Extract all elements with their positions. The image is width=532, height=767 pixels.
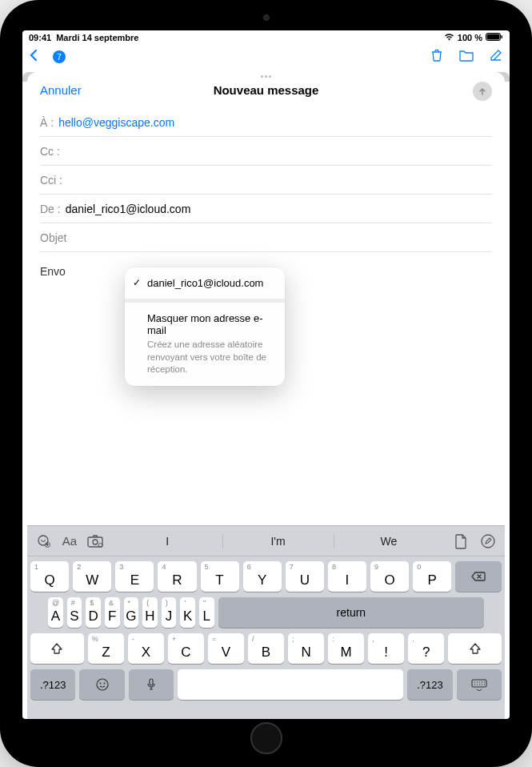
from-value[interactable]: daniel_rico1@icloud.com xyxy=(66,203,492,215)
emoji-search-icon[interactable] xyxy=(35,532,53,550)
dictation-key[interactable] xyxy=(129,669,174,700)
document-icon[interactable] xyxy=(452,532,470,550)
from-field-row[interactable]: De : daniel_rico1@icloud.com xyxy=(40,195,492,223)
status-bar: 09:41 Mardi 14 septembre 100 % xyxy=(22,30,510,45)
svg-rect-13 xyxy=(472,680,486,687)
svg-rect-12 xyxy=(150,679,153,685)
compose-header: Annuler Nouveau message xyxy=(27,72,505,108)
markup-icon[interactable] xyxy=(479,532,497,550)
hide-email-title: Masquer mon adresse e-mail xyxy=(147,312,274,336)
svg-point-6 xyxy=(93,540,98,544)
svg-point-8 xyxy=(482,535,494,548)
key-v[interactable]: V= xyxy=(208,633,244,664)
return-key[interactable]: return xyxy=(218,597,484,628)
key-l[interactable]: L" xyxy=(199,597,214,628)
screen: 09:41 Mardi 14 septembre 100 % 7 xyxy=(22,30,510,719)
key-d[interactable]: D$ xyxy=(86,597,101,628)
from-option-selected[interactable]: daniel_rico1@icloud.com xyxy=(125,267,285,299)
hide-email-subtitle: Créez une adresse aléatoire renvoyant ve… xyxy=(147,339,274,376)
camera-scan-icon[interactable] xyxy=(86,532,104,550)
key-w[interactable]: W2 xyxy=(73,561,111,592)
compose-icon[interactable] xyxy=(489,48,503,66)
key-q[interactable]: Q1 xyxy=(30,561,69,592)
ipad-device-frame: 09:41 Mardi 14 septembre 100 % 7 xyxy=(0,0,532,767)
front-camera xyxy=(263,14,270,21)
compose-fields: À : hello@veggiscape.com Cc : Cci : De :… xyxy=(27,108,505,252)
mail-navbar: 7 xyxy=(22,45,510,69)
numlock-key-left[interactable]: .?123 xyxy=(30,669,75,700)
key-o[interactable]: O9 xyxy=(370,561,409,592)
cc-field-row[interactable]: Cc : xyxy=(40,137,492,166)
svg-rect-1 xyxy=(487,34,500,40)
suggestion-2[interactable]: I'm xyxy=(222,528,333,555)
subject-label: Objet xyxy=(40,231,66,244)
to-label: À : xyxy=(40,116,54,129)
key-g[interactable]: G* xyxy=(124,597,139,628)
svg-point-10 xyxy=(99,683,101,685)
svg-point-11 xyxy=(103,683,105,685)
compose-title: Nouveau message xyxy=(214,83,319,97)
battery-icon xyxy=(486,33,503,42)
text-format-icon[interactable]: Aa xyxy=(61,532,78,550)
key-x[interactable]: X- xyxy=(128,633,164,664)
key-rows: Q1W2E3R4T5Y6U7I8O9P0 A@S#D$F&G*H(J)K'L" … xyxy=(27,556,505,719)
to-field-row[interactable]: À : hello@veggiscape.com xyxy=(40,108,492,137)
key-p[interactable]: P0 xyxy=(413,561,451,592)
key-s[interactable]: S# xyxy=(67,597,82,628)
key-t[interactable]: T5 xyxy=(201,561,239,592)
bcc-field-row[interactable]: Cci : xyxy=(40,166,492,195)
from-label: De : xyxy=(40,203,61,215)
home-button[interactable] xyxy=(250,722,282,754)
battery-text: 100 % xyxy=(458,33,482,42)
wifi-icon xyxy=(444,33,454,42)
key-e[interactable]: E3 xyxy=(115,561,154,592)
key-m[interactable]: M: xyxy=(328,633,364,664)
key-c[interactable]: C+ xyxy=(168,633,204,664)
arrow-up-icon xyxy=(478,86,487,96)
key-?[interactable]: ?. xyxy=(408,633,444,664)
to-value[interactable]: hello@veggiscape.com xyxy=(58,116,492,129)
from-address-popover: daniel_rico1@icloud.com Masquer mon adre… xyxy=(125,267,285,386)
cancel-button[interactable]: Annuler xyxy=(40,83,82,97)
unread-badge-icon: 7 xyxy=(53,50,66,63)
software-keyboard: Aa I I'm We Q1W2E3R4T5Y6U7I8O9P0 xyxy=(27,525,505,719)
shift-key-left[interactable] xyxy=(30,633,84,664)
from-option-label: daniel_rico1@icloud.com xyxy=(147,277,274,289)
back-icon[interactable] xyxy=(29,49,38,65)
key-![interactable]: !, xyxy=(368,633,404,664)
suggestion-3[interactable]: We xyxy=(334,528,444,555)
subject-field-row[interactable]: Objet xyxy=(40,223,492,252)
key-a[interactable]: A@ xyxy=(48,597,63,628)
key-j[interactable]: J) xyxy=(162,597,177,628)
numlock-key-right[interactable]: .?123 xyxy=(407,669,452,700)
status-left: 09:41 Mardi 14 septembre xyxy=(29,33,138,42)
key-i[interactable]: I8 xyxy=(328,561,366,592)
key-f[interactable]: F& xyxy=(105,597,120,628)
suggestions-bar: I I'm We xyxy=(112,528,444,555)
backspace-key[interactable] xyxy=(455,561,502,592)
trash-icon[interactable] xyxy=(430,48,444,66)
key-h[interactable]: H( xyxy=(142,597,158,628)
cc-label: Cc : xyxy=(40,145,60,158)
key-r[interactable]: R4 xyxy=(158,561,196,592)
key-k[interactable]: K' xyxy=(180,597,195,628)
folder-icon[interactable] xyxy=(458,49,474,65)
key-u[interactable]: U7 xyxy=(286,561,324,592)
key-b[interactable]: B/ xyxy=(248,633,284,664)
key-z[interactable]: Z% xyxy=(88,633,124,664)
hide-my-email-option[interactable]: Masquer mon adresse e-mail Créez une adr… xyxy=(125,303,285,386)
suggestion-1[interactable]: I xyxy=(112,528,222,555)
key-y[interactable]: Y6 xyxy=(243,561,282,592)
compose-sheet: Annuler Nouveau message À : hello@veggis… xyxy=(27,72,505,719)
keyboard-toolbar: Aa I I'm We xyxy=(27,526,505,556)
status-date: Mardi 14 septembre xyxy=(56,33,138,42)
body-text: Envo xyxy=(40,265,66,278)
send-button[interactable] xyxy=(473,82,492,101)
hide-keyboard-key[interactable] xyxy=(457,669,502,700)
emoji-key[interactable] xyxy=(79,669,124,700)
key-n[interactable]: N; xyxy=(288,633,324,664)
space-key[interactable] xyxy=(178,669,403,700)
shift-key-right[interactable] xyxy=(448,633,502,664)
svg-point-3 xyxy=(38,536,48,545)
svg-point-9 xyxy=(97,679,108,690)
